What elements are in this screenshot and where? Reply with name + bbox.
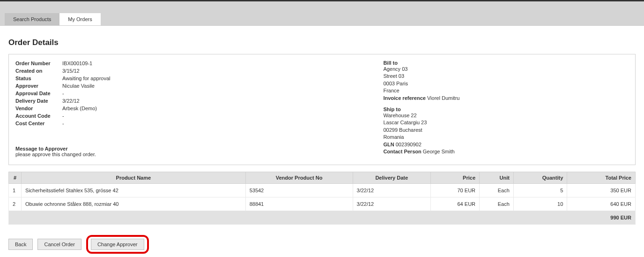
cell-vendor-no: 53542 [245,184,353,197]
col-total: Total Price [567,172,636,184]
cell-delivery: 3/22/12 [353,184,430,197]
grand-total: 990 EUR [9,211,636,225]
tab-bar: Search Products My Orders [0,1,644,26]
bill-to-label: Bill to [383,60,629,66]
invoice-ref-value: Viorel Dumitru [427,95,460,101]
cancel-order-button[interactable]: Cancel Order [37,239,81,250]
cell-price: 64 EUR [431,197,480,211]
col-price: Price [431,172,480,184]
value-approver: Niculae Vasile [62,83,95,90]
tab-search-products[interactable]: Search Products [5,13,59,25]
address-block: Bill to Agency 03 Street 03 0003 Paris F… [383,60,629,160]
button-bar: Back Cancel Order Change Approver [8,235,636,254]
value-status: Awaiting for approval [62,75,111,83]
cell-idx: 2 [9,197,22,211]
ship-to-line: Warehouse 22 [383,112,629,119]
page-title: Order Details [8,38,636,47]
value-cost-center: - [62,120,64,128]
order-info-block: Order NumberIBX000109-1 Created on3/15/1… [15,60,322,160]
back-button[interactable]: Back [8,239,33,250]
invoice-ref-label: Invoice reference [383,95,426,101]
highlight-ring: Change Approver [86,235,149,254]
bill-to-line: Street 03 [383,73,629,80]
col-qty: Quantity [513,172,567,184]
cell-unit: Each [480,184,514,197]
value-delivery-date: 3/22/12 [62,98,80,105]
value-created-on: 3/15/12 [62,68,80,75]
label-vendor: Vendor [15,105,62,113]
cell-unit: Each [480,197,514,211]
cell-price: 70 EUR [431,184,480,197]
label-delivery-date: Delivery Date [15,98,62,105]
cell-product-name: Obuwie ochronne Stålex 888, rozmiar 40 [22,197,246,211]
col-delivery-date: Delivery Date [353,172,430,184]
col-unit: Unit [480,172,514,184]
bill-to-line: France [383,87,629,94]
tab-my-orders[interactable]: My Orders [59,13,100,25]
bill-to-line: 0003 Paris [383,80,629,87]
label-message-to-approver: Message to Approver [15,146,322,151]
contact-value: George Smith [423,149,455,154]
content-area: Order Details Order NumberIBX000109-1 Cr… [0,26,644,257]
bill-to-line: Agency 03 [383,66,629,73]
value-message-to-approver: please approve this changed order. [15,151,322,157]
order-details-box: Order NumberIBX000109-1 Created on3/15/1… [8,54,636,165]
table-header-row: # Product Name Vendor Product No Deliver… [9,172,636,184]
gln-value: 002390902 [396,142,422,147]
value-approval-date: - [62,90,64,98]
cell-vendor-no: 88841 [245,197,353,211]
contact-label: Contact Person [383,149,421,154]
cell-qty: 10 [513,197,567,211]
label-status: Status [15,75,62,83]
ship-to-line: Lascar Catargiu 23 [383,119,629,126]
table-total-row: 990 EUR [9,211,636,225]
label-order-number: Order Number [15,60,62,68]
ship-to-line: Romania [383,134,629,141]
label-created-on: Created on [15,68,62,75]
col-vendor-no: Vendor Product No [245,172,353,184]
table-row: 2Obuwie ochronne Stålex 888, rozmiar 408… [9,197,636,211]
cell-product-name: Sicherheitsstiefel Stahlex 535, grösse 4… [22,184,246,197]
label-account-code: Account Code [15,113,62,120]
cell-idx: 1 [9,184,22,197]
table-row: 1Sicherheitsstiefel Stahlex 535, grösse … [9,184,636,197]
label-approver: Approver [15,83,62,90]
cell-total: 640 EUR [567,197,636,211]
value-order-number: IBX000109-1 [62,60,92,68]
change-approver-button[interactable]: Change Approver [91,239,144,250]
gln-label: GLN [383,142,394,147]
ship-to-label: Ship to [383,106,629,112]
line-items-table: # Product Name Vendor Product No Deliver… [8,172,636,225]
label-cost-center: Cost Center [15,120,62,128]
label-approval-date: Approval Date [15,90,62,98]
cell-total: 350 EUR [567,184,636,197]
cell-delivery: 3/22/12 [353,197,430,211]
col-idx: # [9,172,22,184]
ship-to-line: 00299 Bucharest [383,127,629,134]
value-vendor: Arbesk (Demo) [62,105,97,113]
cell-qty: 5 [513,184,567,197]
col-product-name: Product Name [22,172,246,184]
value-account-code: - [62,113,64,120]
